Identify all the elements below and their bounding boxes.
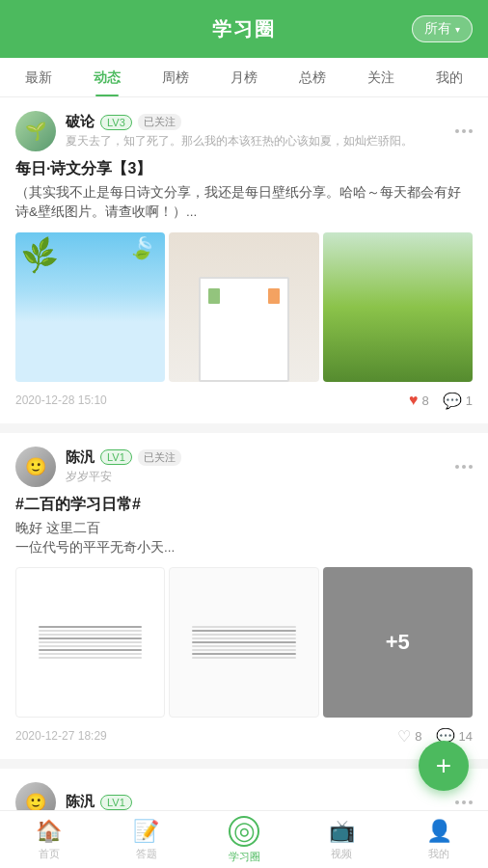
post-image[interactable]: [323, 232, 473, 382]
menu-dot: [455, 800, 459, 804]
nav-label-home: 首页: [39, 847, 60, 861]
doc-line: [192, 626, 295, 628]
nav-item-answers[interactable]: 📝 答题: [97, 819, 195, 861]
user-top-row: 陈汎 LV1 已关注: [66, 448, 455, 467]
menu-dot: [469, 800, 473, 804]
doc-line: [39, 649, 142, 651]
filter-button[interactable]: 所有 ▾: [412, 15, 473, 42]
user-name[interactable]: 陈汎: [66, 793, 95, 811]
doc-line: [192, 641, 295, 643]
nav-label-profile: 我的: [428, 847, 449, 861]
avatar-image: 🌱: [15, 111, 56, 151]
building-shape: [199, 277, 288, 382]
user-info: 破论 LV3 已关注 夏天去了，知了死了。那么我的本该狂热的心该如夏，如灿烂骄阳…: [66, 113, 455, 149]
nav-item-circle[interactable]: ◎ 学习圈: [195, 816, 292, 864]
menu-dot: [462, 800, 466, 804]
answers-icon: 📝: [133, 819, 159, 844]
post-menu[interactable]: [455, 465, 473, 469]
post-subtitle: 岁岁平安: [66, 469, 455, 485]
post-content: （其实我不止是每日诗文分享，我还是每日壁纸分享。哈哈～每天都会有好诗&壁纸图片。…: [15, 183, 473, 223]
header: 学习圈 所有 ▾: [0, 0, 488, 58]
doc-line: [192, 649, 295, 651]
nav-item-video[interactable]: 📺 视频: [293, 819, 391, 861]
post-footer: 2020-12-28 15:10 ♥ 8 💬 1: [15, 392, 473, 410]
menu-dot: [462, 465, 466, 469]
post-card: 🙂 陈汎 LV1 已关注 岁岁平安 #二百的学习日常# 晚好 这里二百 一位代号…: [0, 433, 488, 759]
menu-dot: [455, 129, 459, 133]
avatar[interactable]: 🙂: [15, 447, 56, 487]
doc-line: [39, 641, 142, 643]
user-top-row: 陈汎 LV1: [66, 793, 455, 811]
home-icon: 🏠: [36, 819, 62, 844]
bottom-navigation: 🏠 首页 📝 答题 ◎ 学习圈 📺 视频 👤 我的: [0, 810, 488, 868]
follow-badge[interactable]: 已关注: [138, 449, 181, 466]
tab-latest[interactable]: 最新: [4, 58, 72, 96]
tab-follow[interactable]: 关注: [347, 58, 416, 96]
avatar[interactable]: 🌱: [15, 111, 56, 151]
post-time: 2020-12-28 15:10: [15, 393, 107, 407]
menu-dot: [469, 465, 473, 469]
tab-monthly[interactable]: 月榜: [209, 58, 278, 96]
avatar-image: 🙂: [15, 447, 56, 487]
user-name[interactable]: 破论: [66, 113, 95, 131]
tab-mine[interactable]: 我的: [416, 58, 484, 96]
post-menu[interactable]: [455, 800, 473, 804]
tab-bar: 最新 动态 周榜 月榜 总榜 关注 我的: [0, 58, 488, 97]
filter-label: 所有: [424, 20, 451, 38]
nav-item-home[interactable]: 🏠 首页: [0, 819, 97, 861]
post-header: 🌱 破论 LV3 已关注 夏天去了，知了死了。那么我的本该狂热的心该如夏，如灿烂…: [15, 111, 473, 151]
user-top-row: 破论 LV3 已关注: [66, 113, 455, 131]
doc-line: [39, 657, 142, 659]
image-grid: +5: [15, 567, 473, 717]
doc-line: [192, 634, 295, 636]
doc-line: [192, 653, 295, 655]
post-image[interactable]: [15, 567, 165, 717]
feed: 🌱 破论 LV3 已关注 夏天去了，知了死了。那么我的本该狂热的心该如夏，如灿烂…: [0, 97, 488, 868]
post-header: 🙂 陈汎 LV1 已关注 岁岁平安: [15, 447, 473, 487]
user-info: 陈汎 LV1 已关注 岁岁平安: [66, 448, 455, 485]
doc-content: [39, 624, 142, 661]
nav-label-video: 视频: [331, 847, 352, 861]
like-button[interactable]: ♥ 8: [409, 392, 429, 409]
comment-count: 1: [466, 393, 473, 408]
fab-button[interactable]: +: [419, 741, 469, 791]
user-name[interactable]: 陈汎: [66, 448, 95, 467]
post-image[interactable]: [169, 567, 318, 717]
like-count: 8: [415, 729, 421, 744]
post-image[interactable]: [169, 232, 318, 382]
post-card: 🌱 破论 LV3 已关注 夏天去了，知了死了。那么我的本该狂热的心该如夏，如灿烂…: [0, 97, 488, 423]
page-title: 学习圈: [212, 16, 276, 42]
circle-icon: ◎: [229, 816, 259, 847]
doc-line: [39, 637, 142, 639]
like-button[interactable]: ♡ 8: [397, 727, 421, 746]
comment-count: 14: [459, 729, 473, 744]
image-grid: [15, 232, 473, 382]
follow-badge[interactable]: 已关注: [138, 114, 181, 130]
tab-dynamic[interactable]: 动态: [72, 58, 141, 96]
level-badge: LV1: [100, 449, 132, 465]
tab-total[interactable]: 总榜: [279, 58, 347, 96]
post-menu[interactable]: [455, 129, 473, 133]
nav-label-circle: 学习圈: [229, 850, 260, 864]
user-info: 陈汎 LV1: [66, 793, 455, 811]
profile-icon: 👤: [426, 819, 452, 844]
post-title: 每日·诗文分享【3】: [15, 159, 473, 179]
post-subtitle: 夏天去了，知了死了。那么我的本该狂热的心该如夏，如灿烂骄阳。: [66, 133, 455, 149]
tab-weekly[interactable]: 周榜: [141, 58, 209, 96]
doc-line: [39, 634, 142, 636]
overlay-count: +5: [386, 630, 410, 655]
doc-line: [39, 626, 142, 628]
heart-icon: ♡: [397, 727, 411, 746]
comment-button[interactable]: 💬 1: [443, 392, 473, 410]
menu-dot: [462, 129, 466, 133]
post-image-overlay[interactable]: +5: [323, 567, 473, 717]
post-image[interactable]: [15, 232, 165, 382]
post-time: 2020-12-27 18:29: [15, 729, 107, 743]
menu-dot: [455, 465, 459, 469]
doc-line: [192, 657, 295, 659]
doc-line: [192, 637, 295, 639]
post-content: 晚好 这里二百 一位代号的平平无奇小天...: [15, 519, 473, 558]
nav-item-profile[interactable]: 👤 我的: [391, 819, 488, 861]
like-count: 8: [422, 393, 429, 408]
doc-line: [39, 645, 142, 647]
